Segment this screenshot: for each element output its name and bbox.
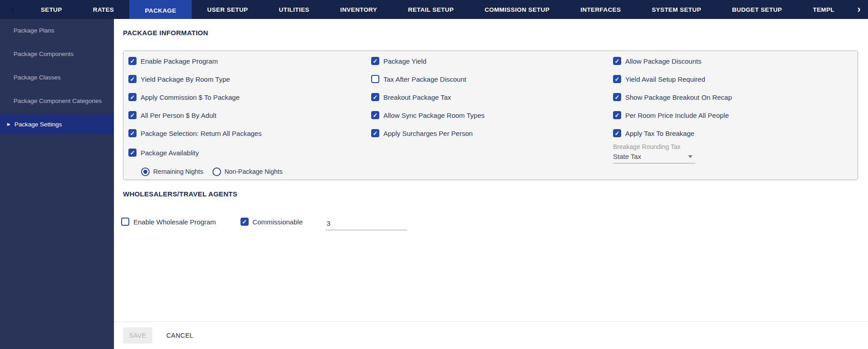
tab-rates[interactable]: RATES xyxy=(77,0,129,19)
tab-inventory[interactable]: INVENTORY xyxy=(325,0,392,19)
section-title-package-information: PACKAGE INFORMATION xyxy=(123,29,868,37)
checkbox-label: Breakout Package Tax xyxy=(383,93,451,101)
checkbox-box: ✓ xyxy=(128,57,137,65)
tab-budget-setup[interactable]: BUDGET SETUP xyxy=(717,0,797,19)
radio-label: Non-Package Nights xyxy=(225,168,283,175)
breakage-rounding-tax-field: Breakage Rounding Tax State Tax xyxy=(613,143,695,163)
sidebar-item-package-classes[interactable]: ▶ Package Classes xyxy=(0,68,114,87)
tab-setup[interactable]: SETUP xyxy=(25,0,77,19)
checkmark-icon: ✓ xyxy=(615,112,620,118)
checkbox-apply-commission-to-package[interactable]: ✓ Apply Commission $ To Package xyxy=(128,88,371,106)
checkmark-icon: ✓ xyxy=(242,219,247,225)
sidebar-item-label: Package Classes xyxy=(14,74,61,81)
checkbox-box: ✓ xyxy=(371,93,379,101)
checkbox-enable-wholesale-program[interactable]: ✓ Enable Wholesale Program xyxy=(121,218,216,226)
checkbox-box: ✓ xyxy=(241,218,249,226)
radio-non-package-nights[interactable]: Non-Package Nights xyxy=(212,168,283,176)
chevron-down-icon xyxy=(688,155,693,158)
radio-remaining-nights[interactable]: Remaining Nights xyxy=(141,168,203,176)
nav-tabs: SETUP RATES PACKAGE USER SETUP UTILITIES… xyxy=(25,0,850,19)
tab-system-setup[interactable]: SYSTEM SETUP xyxy=(637,0,717,19)
checkbox-box: ✓ xyxy=(128,75,137,83)
checkbox-label: Commissionable xyxy=(253,218,303,226)
checkbox-label: Enable Package Program xyxy=(141,57,218,65)
checkbox-breakout-package-tax[interactable]: ✓ Breakout Package Tax xyxy=(371,88,613,106)
checkbox-label: Package Availablity xyxy=(141,149,199,157)
checkbox-box: ✓ xyxy=(613,93,621,101)
tab-retail-setup[interactable]: RETAIL SETUP xyxy=(392,0,469,19)
checkmark-icon: ✓ xyxy=(130,58,135,64)
checkbox-box: ✓ xyxy=(128,149,137,157)
radio-dot xyxy=(143,170,147,174)
tab-utilities[interactable]: UTILITIES xyxy=(264,0,325,19)
checkbox-apply-tax-to-breakage[interactable]: ✓ Apply Tax To Breakage xyxy=(613,124,858,142)
checkbox-label: All Per Person $ By Adult xyxy=(141,112,217,119)
checkbox-label: Yield Avail Setup Required xyxy=(625,75,705,83)
checkbox-box: ✓ xyxy=(128,93,137,101)
checkbox-box: ✓ xyxy=(613,75,621,83)
tab-template-setup[interactable]: TEMPL xyxy=(797,0,850,19)
checkmark-icon: ✓ xyxy=(373,112,378,118)
checkmark-icon: ✓ xyxy=(615,58,620,64)
checkbox-label: Yield Package By Room Type xyxy=(141,75,230,83)
checkmark-icon: ✓ xyxy=(615,130,620,136)
checkbox-tax-after-package-discount[interactable]: ✓ Tax After Package Discount xyxy=(371,70,613,88)
nav-scroll-left-icon[interactable]: ‹ xyxy=(0,0,25,19)
radio-label: Remaining Nights xyxy=(153,168,203,175)
sidebar-item-package-plans[interactable]: ▶ Package Plans xyxy=(0,21,114,40)
nav-scroll-right-icon[interactable]: › xyxy=(850,0,868,19)
checkbox-package-selection-return-all-packages[interactable]: ✓ Package Selection: Return All Packages xyxy=(128,124,371,142)
action-footer: SAVE CANCEL xyxy=(114,321,868,349)
active-marker-icon: ▶ xyxy=(7,122,10,126)
sidebar-item-label: Package Settings xyxy=(14,121,62,128)
checkbox-per-room-price-include-all-people[interactable]: ✓ Per Room Price Include All People xyxy=(613,106,858,124)
availability-radio-group: Remaining Nights Non-Package Nights xyxy=(128,163,371,180)
checkbox-box: ✓ xyxy=(371,111,379,119)
checkbox-yield-avail-setup-required[interactable]: ✓ Yield Avail Setup Required xyxy=(613,70,858,88)
checkbox-allow-package-discounts[interactable]: ✓ Allow Package Discounts xyxy=(613,52,858,70)
checkbox-commissionable[interactable]: ✓ Commissionable xyxy=(241,218,303,226)
checkbox-label: Apply Surcharges Per Person xyxy=(383,130,473,137)
checkbox-box: ✓ xyxy=(371,129,379,137)
checkbox-box: ✓ xyxy=(128,129,137,137)
package-information-panel: ✓ Enable Package Program ✓ Package Yield… xyxy=(123,51,858,180)
checkbox-allow-sync-package-room-types[interactable]: ✓ Allow Sync Package Room Types xyxy=(371,106,613,124)
checkmark-icon: ✓ xyxy=(130,76,135,82)
checkbox-package-yield[interactable]: ✓ Package Yield xyxy=(371,52,613,70)
selected-value: State Tax xyxy=(613,153,641,160)
checkbox-yield-package-by-room-type[interactable]: ✓ Yield Package By Room Type xyxy=(128,70,371,88)
tab-commission-setup[interactable]: COMMISSION SETUP xyxy=(469,0,565,19)
checkmark-icon: ✓ xyxy=(615,94,620,100)
checkbox-box: ✓ xyxy=(371,75,379,83)
wholesalers-row: ✓ Enable Wholesale Program ✓ Commissiona… xyxy=(121,217,868,228)
sidebar-item-package-component-categories[interactable]: ▶ Package Component Categories xyxy=(0,91,114,110)
checkbox-label: Per Room Price Include All People xyxy=(625,112,729,119)
sidebar-item-label: Package Plans xyxy=(14,27,54,34)
sidebar-item-package-components[interactable]: ▶ Package Components xyxy=(0,44,114,63)
checkbox-package-availablity[interactable]: ✓ Package Availablity xyxy=(128,142,371,163)
main-content: PACKAGE INFORMATION ✓ Enable Package Pro… xyxy=(114,19,868,349)
radio-button xyxy=(141,168,150,176)
radio-button xyxy=(212,168,221,176)
checkbox-label: Allow Sync Package Room Types xyxy=(383,112,485,119)
checkbox-all-per-person-by-adult[interactable]: ✓ All Per Person $ By Adult xyxy=(128,106,371,124)
checkbox-label: Allow Package Discounts xyxy=(625,57,701,65)
commission-value-input[interactable] xyxy=(326,218,407,230)
checkbox-show-package-breakout-on-recap[interactable]: ✓ Show Package Breakout On Recap xyxy=(613,88,858,106)
sidebar-item-package-settings[interactable]: ▶ Package Settings xyxy=(0,115,114,134)
checkbox-label: Enable Wholesale Program xyxy=(133,218,216,226)
breakage-rounding-tax-select[interactable]: State Tax xyxy=(613,153,695,163)
checkmark-icon: ✓ xyxy=(373,130,378,136)
save-button[interactable]: SAVE xyxy=(123,327,152,344)
cancel-button[interactable]: CANCEL xyxy=(164,331,196,340)
tab-user-setup[interactable]: USER SETUP xyxy=(192,0,264,19)
sidebar-item-label: Package Component Categories xyxy=(14,98,102,104)
checkmark-icon: ✓ xyxy=(130,94,135,100)
checkbox-enable-package-program[interactable]: ✓ Enable Package Program xyxy=(128,52,371,70)
tab-interfaces[interactable]: INTERFACES xyxy=(565,0,637,19)
checkbox-label: Package Selection: Return All Packages xyxy=(141,130,262,137)
checkbox-box: ✓ xyxy=(613,111,621,119)
tab-package[interactable]: PACKAGE xyxy=(129,0,192,19)
checkbox-apply-surcharges-per-person[interactable]: ✓ Apply Surcharges Per Person xyxy=(371,124,613,142)
checkbox-label: Apply Tax To Breakage xyxy=(625,130,694,137)
